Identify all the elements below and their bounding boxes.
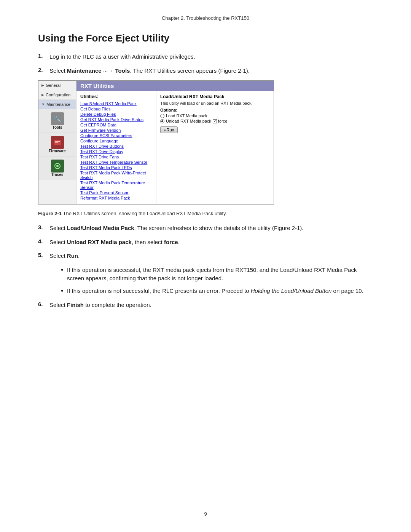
force-label: force [218, 119, 227, 123]
bullet-item-2: • If this operation is not successful, t… [61, 287, 373, 296]
tools-icon: 🔧 [51, 112, 64, 125]
page-container: Chapter 2. Troubleshooting the RXT150 Us… [0, 0, 411, 532]
bullet-dot-2: • [61, 287, 64, 296]
step-text-5: Select Run. [49, 252, 80, 260]
link-write-protect[interactable]: Test RXT Media Pack Write-Protect Switch [80, 171, 152, 180]
step-num-2: 2. [38, 67, 46, 73]
step5-after: . [78, 252, 80, 259]
link-drive-buttons[interactable]: Test RXT Drive Buttons [80, 144, 152, 149]
screenshot-box: ▶ General ▶ Configuration ▼ Maintenance … [38, 80, 274, 204]
step2-bold1: Maintenance [67, 67, 102, 74]
figure-caption-text: The RXT Utilities screen, showing the Lo… [63, 211, 227, 216]
arrow-icon-config: ▶ [41, 93, 44, 97]
firmware-icon [51, 136, 64, 149]
svg-point-4 [56, 165, 59, 167]
step4-bold2: force [164, 239, 178, 245]
step-5-bullets: • If this operation is successful, the R… [49, 266, 373, 296]
link-delete-debug[interactable]: Delete Debug Files [80, 112, 152, 117]
step-1: 1. Log in to the RLC as a user with Admi… [38, 53, 373, 61]
step2-bold2: Tools [115, 67, 130, 74]
rxt-title-bar: RXT Utilities [76, 81, 274, 91]
link-firmware[interactable]: Get Firmware Version [80, 128, 152, 133]
link-pack-present[interactable]: Test Pack Present Sensor [80, 190, 152, 195]
chapter-header: Chapter 2. Troubleshooting the RXT150 [38, 15, 373, 21]
step5-bold1: Run [67, 252, 78, 259]
bullet-list: • If this operation is successful, the R… [61, 266, 373, 296]
step4-mid: , then select [132, 239, 164, 245]
step6-after: to complete the operation. [84, 302, 151, 308]
svg-rect-1 [55, 141, 60, 142]
sidebar-traces-section: Traces [38, 157, 76, 180]
link-eeprom[interactable]: Get EEPROM Data [80, 123, 152, 127]
figure-caption: Figure 2-1 The RXT Utilities screen, sho… [38, 211, 373, 216]
link-media-leds[interactable]: Test RXT Media Pack LEDs [80, 165, 152, 170]
link-drive-status[interactable]: Get RXT Media Pack Drive Status [80, 117, 152, 122]
sidebar: ▶ General ▶ Configuration ▼ Maintenance … [38, 81, 76, 204]
force-check[interactable]: ✓ force [213, 119, 227, 123]
page-number: 9 [204, 511, 207, 517]
link-reformat[interactable]: Reformat RXT Media Pack [80, 196, 152, 200]
radio-unload[interactable]: Unload RXT Media pack ✓ force [160, 119, 270, 123]
link-load-unload[interactable]: Load/Unload RXT Media Pack [80, 101, 152, 106]
rxt-body: Utilities: Load/Unload RXT Media Pack Ge… [76, 91, 274, 204]
step-text-1: Log in to the RLC as a user with Adminis… [49, 53, 195, 61]
run-button-container: » Run [160, 124, 270, 133]
radio-load-circle[interactable] [160, 114, 164, 118]
radio-unload-circle[interactable] [160, 119, 164, 123]
chapter-header-text: Chapter 2. Troubleshooting the RXT150 [162, 15, 249, 21]
step4-after: . [178, 239, 180, 245]
detail-desc: This utility will load or unload an RXT … [160, 101, 270, 105]
details-col: Load/Unload RXT Media Pack This utility … [156, 91, 274, 204]
rxt-title: RXT Utilities [80, 83, 114, 89]
sidebar-item-configuration[interactable]: ▶ Configuration [38, 90, 76, 100]
link-scsi[interactable]: Configure SCSI Parameters [80, 133, 152, 138]
bullet-dot-1: • [61, 266, 64, 283]
step-6: 6. Select Finish to complete the operati… [38, 301, 373, 310]
screenshot-inner: ▶ General ▶ Configuration ▼ Maintenance … [38, 81, 274, 204]
arrow-icon-general: ▶ [41, 83, 44, 87]
step-num-4: 4. [38, 238, 46, 244]
sidebar-label-config: Configuration [46, 93, 70, 97]
step2-arrow: ···→ [102, 67, 115, 74]
arrow-icon-maintenance: ▼ [41, 102, 45, 106]
step-num-3: 3. [38, 224, 46, 230]
steps-list-2: 3. Select Load/Unload Media Pack. The sc… [38, 224, 373, 309]
step3-after: . The screen refreshes to show the detai… [134, 225, 304, 231]
step6-bold1: Finish [67, 302, 84, 308]
run-arrow-icon: » [164, 128, 166, 132]
firmware-label[interactable]: Firmware [49, 149, 65, 153]
sidebar-firmware-section: Firmware [38, 133, 76, 157]
steps-list: 1. Log in to the RLC as a user with Admi… [38, 53, 373, 75]
sidebar-item-maintenance[interactable]: ▼ Maintenance [38, 100, 76, 109]
bullet-item-1: • If this operation is successful, the R… [61, 266, 373, 283]
sidebar-tools-section: 🔧 Tools [38, 109, 76, 133]
tools-label[interactable]: Tools [53, 125, 62, 129]
options-label: Options: [160, 108, 270, 112]
radio-load[interactable]: Load RXT Media pack [160, 113, 270, 118]
step-text-3: Select Load/Unload Media Pack. The scree… [49, 224, 304, 233]
traces-icon [51, 160, 64, 173]
link-drive-fans[interactable]: Test RXT Drive Fans [80, 155, 152, 159]
sidebar-item-general[interactable]: ▶ General [38, 81, 76, 90]
sidebar-label-general: General [46, 83, 61, 88]
step-2: 2. Select Maintenance ···→ Tools. The RX… [38, 67, 373, 75]
step-text-2: Select Maintenance ···→ Tools. The RXT U… [49, 67, 250, 75]
bullet-text-2: If this operation is not successful, the… [67, 287, 363, 296]
link-debug-files[interactable]: Get Debug Files [80, 107, 152, 111]
bullet2-italic: Holding the Load/Unload Button [251, 288, 332, 294]
run-label: Run [167, 128, 174, 132]
bullet2-before: If this operation is not successful, the… [67, 288, 251, 294]
run-button[interactable]: » Run [160, 126, 178, 133]
link-media-temp[interactable]: Test RXT Media Pack Temperature Sensor [80, 181, 152, 190]
traces-label[interactable]: Traces [51, 173, 64, 177]
step-4: 4. Select Unload RXT Media pack, then se… [38, 238, 373, 247]
step-3: 3. Select Load/Unload Media Pack. The sc… [38, 224, 373, 233]
step2-after: . The RXT Utilities screen appears (Figu… [130, 67, 250, 74]
force-checkbox[interactable]: ✓ [213, 119, 217, 123]
main-content: RXT Utilities Utilities: Load/Unload RXT… [76, 81, 274, 204]
link-drive-display[interactable]: Test RXT Drive Display [80, 149, 152, 154]
step3-bold1: Load/Unload Media Pack [67, 225, 134, 231]
section-title: Using the Force Eject Utility [38, 32, 373, 44]
link-temp-sensor[interactable]: Test RXT Drive Temperature Sensor [80, 160, 152, 165]
link-language[interactable]: Configure Language [80, 139, 152, 143]
